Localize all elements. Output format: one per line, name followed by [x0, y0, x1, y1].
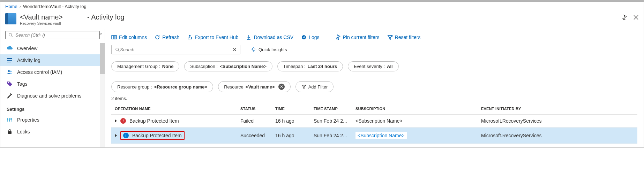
operation-name: Backup Protected Item: [129, 118, 179, 124]
breadcrumb-home[interactable]: Home: [5, 4, 17, 9]
sidebar-item-access-control[interactable]: Access control (IAM): [0, 66, 105, 78]
filter-pill[interactable]: Subscription : <Subscription Name>: [184, 61, 272, 71]
log-icon: [7, 57, 13, 63]
clear-search-icon[interactable]: ✕: [233, 47, 237, 52]
col-initiated[interactable]: EVENT INITIATED BY: [478, 103, 637, 115]
toolbar-label: Logs: [309, 34, 319, 40]
refresh-button[interactable]: Refresh: [155, 34, 179, 40]
filter-pill[interactable]: Resource group : <Resource group name>: [111, 81, 213, 92]
filter-pill[interactable]: Resource <Vault name>✕: [218, 81, 290, 92]
svg-point-5: [8, 70, 10, 72]
filter-pill[interactable]: Timespan : Last 24 hours: [277, 61, 343, 71]
sidebar-item-label: Diagnose and solve problems: [17, 93, 81, 99]
download-csv-button[interactable]: Download as CSV: [246, 34, 293, 40]
col-subscription[interactable]: SUBSCRIPTION: [352, 103, 478, 115]
add-filter-label: Add Filter: [308, 84, 328, 90]
col-operation[interactable]: OPERATION NAME: [111, 103, 237, 115]
cell-initiated: Microsoft.RecoveryServices: [478, 128, 637, 144]
filter-label: Management Group :: [117, 64, 160, 69]
sidebar-item-tags[interactable]: Tags: [0, 78, 105, 90]
add-filter-button[interactable]: Add Filter: [295, 81, 334, 92]
subscription-link[interactable]: <Subscription Name>: [355, 132, 407, 139]
filter-pill[interactable]: Event severity : All: [348, 61, 399, 71]
toolbar: Edit columns Refresh Export to Event Hub…: [111, 32, 637, 45]
col-timestamp[interactable]: TIME STAMP: [310, 103, 352, 115]
cell-status: Failed: [237, 115, 272, 128]
svg-line-24: [118, 50, 120, 52]
sidebar-item-activity-log[interactable]: Activity log: [0, 54, 105, 66]
svg-point-0: [9, 33, 12, 36]
svg-rect-17: [113, 36, 115, 39]
svg-point-6: [10, 71, 12, 72]
filter-label: Timespan :: [283, 64, 306, 69]
info-icon: i: [123, 133, 129, 138]
properties-icon: [7, 117, 13, 123]
pin-filters-button[interactable]: Pin current filters: [335, 34, 379, 40]
expand-row-icon[interactable]: [115, 119, 117, 123]
close-icon[interactable]: [633, 15, 639, 21]
filter-value: <Vault name>: [246, 84, 275, 90]
filter-label: Resource group :: [117, 84, 152, 90]
toolbar-label: Reset filters: [395, 34, 421, 40]
svg-line-1: [12, 36, 13, 37]
toolbar-label: Refresh: [162, 34, 179, 40]
edit-columns-button[interactable]: Edit columns: [111, 34, 147, 40]
content-search[interactable]: ✕: [111, 45, 240, 54]
toolbar-label: Download as CSV: [254, 34, 293, 40]
sidebar-item-label: Tags: [17, 81, 28, 87]
cell-initiated: Microsoft.RecoveryServices: [478, 115, 637, 128]
sidebar-scrollbar[interactable]: [100, 43, 105, 147]
svg-point-7: [8, 82, 9, 83]
svg-rect-13: [9, 120, 10, 121]
cell-status: Succeeded: [237, 128, 272, 144]
svg-point-25: [252, 48, 255, 51]
toolbar-label: Edit columns: [119, 34, 147, 40]
filter-value: <Subscription Name>: [220, 64, 267, 69]
toolbar-label: Pin current filters: [343, 34, 379, 40]
sidebar: « Overview Activity log Access control (…: [0, 29, 105, 147]
cell-time: 16 h ago: [272, 115, 310, 128]
cell-timestamp: Sun Feb 24 2...: [310, 115, 352, 128]
error-icon: !: [120, 118, 126, 124]
expand-row-icon[interactable]: [115, 134, 117, 137]
col-time[interactable]: TIME: [272, 103, 310, 115]
content-search-input[interactable]: [120, 47, 233, 52]
content-area: Edit columns Refresh Export to Event Hub…: [105, 29, 644, 147]
sidebar-item-locks[interactable]: Locks: [0, 126, 105, 138]
breadcrumb-current: WonderDemoVault - Activity log: [23, 4, 87, 9]
svg-point-8: [8, 97, 9, 98]
table-row[interactable]: !Backup Protected ItemFailed16 h agoSun …: [111, 115, 637, 128]
add-filter-icon: [301, 84, 306, 89]
svg-rect-14: [11, 118, 12, 120]
quick-insights-button[interactable]: Quick Insights: [251, 47, 287, 53]
sidebar-item-properties[interactable]: Properties: [0, 114, 105, 126]
sidebar-item-label: Access control (IAM): [17, 69, 62, 75]
reset-filters-button[interactable]: Reset filters: [387, 34, 421, 40]
page-header: <Vault name> Recovery Services vault - A…: [0, 11, 644, 29]
sidebar-search-input[interactable]: [15, 32, 97, 38]
sidebar-item-label: Overview: [17, 46, 37, 51]
svg-rect-15: [8, 131, 12, 134]
page-subtitle: Recovery Services vault: [20, 21, 63, 25]
table-row[interactable]: iBackup Protected ItemSucceeded16 h agoS…: [111, 128, 637, 144]
sidebar-item-overview[interactable]: Overview: [0, 43, 105, 54]
clear-filter-icon[interactable]: ✕: [278, 84, 285, 90]
cell-timestamp: Sun Feb 24 2...: [310, 128, 352, 144]
cell-time: 16 h ago: [272, 128, 310, 144]
filter-value: <Resource group name>: [154, 84, 207, 90]
sidebar-item-label: Properties: [17, 117, 39, 123]
col-status[interactable]: STATUS: [237, 103, 272, 115]
filter-value: None: [162, 64, 174, 69]
activity-table: OPERATION NAME STATUS TIME TIME STAMP SU…: [111, 103, 637, 144]
sidebar-search[interactable]: [5, 31, 100, 39]
search-icon: [115, 47, 120, 52]
breadcrumb: Home › WonderDemoVault - Activity log: [0, 2, 644, 11]
export-event-hub-button[interactable]: Export to Event Hub: [187, 34, 238, 40]
pin-icon[interactable]: [621, 15, 627, 21]
sidebar-item-diagnose[interactable]: Diagnose and solve problems: [0, 90, 105, 102]
collapse-sidebar-icon[interactable]: «: [99, 31, 102, 37]
filter-pill[interactable]: Management Group : None: [111, 61, 179, 71]
filter-label: Resource: [224, 84, 244, 90]
logs-button[interactable]: Logs: [301, 34, 319, 40]
items-count: 2 items.: [111, 96, 637, 101]
